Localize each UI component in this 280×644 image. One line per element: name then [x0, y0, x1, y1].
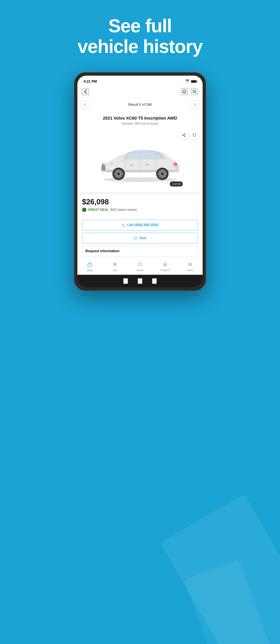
favorite-button[interactable] [190, 131, 199, 140]
svg-rect-43 [134, 237, 137, 239]
android-recents-button[interactable] [123, 278, 128, 284]
svg-rect-49 [126, 281, 127, 282]
finance-icon [163, 262, 168, 268]
car-image-actions [180, 131, 199, 140]
svg-rect-48 [126, 280, 127, 280]
car-image-area: V [78, 128, 202, 192]
finance-label: Finance [160, 269, 170, 272]
svg-point-27 [118, 173, 119, 174]
bottom-nav: Shop Sell [78, 260, 202, 275]
vehicle-info: 2021 Volvo XC60 T5 Inscription AWD Danve… [78, 112, 202, 128]
text-button[interactable]: Text [82, 233, 198, 244]
android-home-button[interactable] [138, 278, 142, 284]
result-nav: Result 5 of 286 [78, 98, 202, 112]
status-icons [186, 80, 196, 84]
shop-label: Shop [87, 269, 93, 272]
back-button[interactable] [82, 88, 89, 95]
call-button[interactable]: Call (555) 555-5555 [82, 220, 198, 230]
price-amount: $26,098 [82, 198, 198, 206]
app-header [78, 86, 202, 98]
share-button[interactable] [180, 131, 188, 140]
nav-sell[interactable]: Sell [107, 262, 123, 272]
price-section: $26,098 ↑ GREAT DEAL $551 below market [78, 192, 202, 216]
deal-icon: ↑ [82, 208, 86, 212]
vehicle-title: 2021 Volvo XC60 T5 Inscription AWD [82, 116, 198, 121]
prev-result-button[interactable] [80, 100, 89, 109]
svg-rect-14 [174, 163, 177, 166]
svg-rect-5 [127, 154, 139, 158]
notification-button[interactable] [181, 88, 188, 95]
shop-icon [87, 262, 92, 268]
svg-point-45 [163, 263, 167, 266]
status-time: 4:21 PM [84, 80, 97, 84]
svg-rect-46 [124, 280, 126, 280]
more-icon [188, 262, 192, 268]
svg-rect-50 [139, 279, 142, 282]
next-result-button[interactable] [191, 100, 200, 109]
svg-rect-6 [140, 153, 151, 158]
more-label: More [187, 269, 193, 272]
battery-icon [191, 80, 196, 83]
deal-badge: ↑ GREAT DEAL $551 below market [82, 208, 198, 212]
search-button[interactable] [191, 88, 198, 95]
svg-rect-42 [146, 164, 149, 165]
android-back-button[interactable] [152, 278, 157, 284]
status-bar: 4:21 PM [78, 76, 202, 86]
request-info-button[interactable]: Request information [82, 246, 198, 256]
deal-sub: $551 below market [110, 208, 137, 212]
image-counter: 1 of 19 [170, 182, 183, 186]
svg-point-40 [162, 173, 163, 174]
saved-icon [138, 262, 142, 268]
nav-finance[interactable]: Finance [157, 262, 173, 272]
svg-point-13 [106, 162, 110, 164]
phone-mockup: 4:21 PM [74, 72, 206, 291]
hero-title: See full vehicle history [78, 16, 202, 56]
svg-rect-47 [124, 281, 126, 282]
svg-rect-44 [88, 264, 92, 266]
result-counter: Result 5 of 286 [128, 103, 152, 107]
saved-label: Saved [136, 269, 144, 272]
deal-label: GREAT DEAL [88, 208, 109, 212]
sell-icon [112, 262, 117, 268]
nav-shop[interactable]: Shop [82, 262, 98, 272]
nav-more[interactable]: More [182, 262, 198, 272]
android-nav-bar [78, 275, 202, 288]
nav-saved[interactable]: Saved [132, 262, 148, 272]
svg-rect-41 [130, 165, 134, 166]
wifi-icon [186, 80, 190, 84]
action-buttons: Call (555) 555-5555 Text Request informa… [78, 216, 202, 260]
vehicle-location: Danvers, MA (14 mi away) [82, 122, 198, 126]
sell-label: Sell [113, 269, 117, 272]
header-icons [181, 88, 198, 95]
car-image: V [93, 134, 187, 184]
